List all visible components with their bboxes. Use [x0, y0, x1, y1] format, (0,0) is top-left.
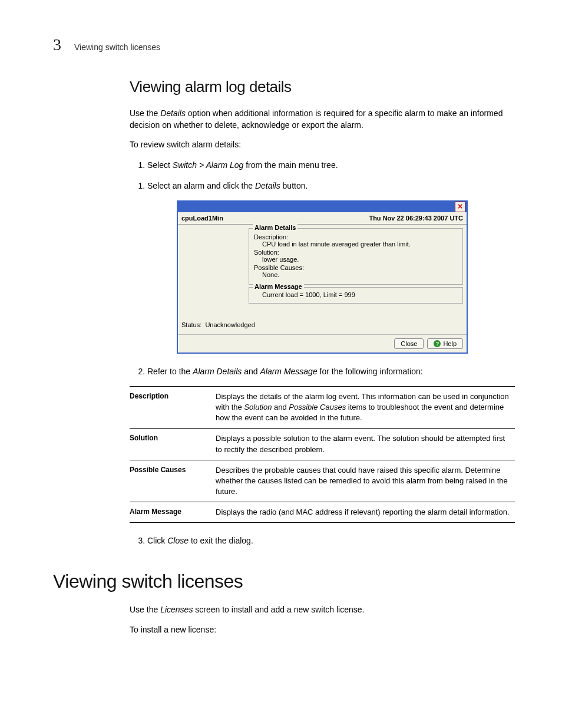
step-item: Refer to the Alarm Details and Alarm Mes…: [147, 365, 515, 378]
step-item: Click Close to exit the dialog.: [147, 535, 515, 547]
dialog-status: Status: Unacknowledged: [178, 309, 467, 334]
def-term: Possible Causes: [130, 460, 216, 502]
description-value: CPU load in last minute averaged greater…: [254, 241, 458, 248]
def-term: Description: [130, 386, 216, 429]
description-label: Description:: [254, 233, 458, 241]
alarm-details-fieldset: Alarm Details Description:CPU load in la…: [249, 228, 463, 285]
alarm-message-value: Current load = 1000, Limit = 999: [254, 291, 458, 298]
alarm-name: cpuLoad1Min: [181, 215, 223, 222]
chapter-number: 3: [53, 35, 61, 54]
definitions-table: Description Displays the details of the …: [130, 386, 515, 523]
close-icon[interactable]: ×: [455, 202, 465, 212]
step-list-1b: Select an alarm and click the Details bu…: [130, 180, 515, 192]
step-list-2: Refer to the Alarm Details and Alarm Mes…: [130, 365, 515, 378]
fieldset-legend: Alarm Details: [253, 224, 297, 231]
def-term: Solution: [130, 429, 216, 460]
dialog-footer: Close ?Help: [178, 334, 467, 353]
dialog-header: cpuLoad1Min Thu Nov 22 06:29:43 2007 UTC: [178, 212, 467, 225]
step-list-3: Click Close to exit the dialog.: [130, 535, 515, 547]
step-list-1: Select Switch > Alarm Log from the main …: [130, 159, 515, 172]
fieldset-legend: Alarm Message: [253, 283, 304, 290]
help-button[interactable]: ?Help: [427, 338, 463, 349]
alarm-timestamp: Thu Nov 22 06:29:43 2007 UTC: [369, 215, 463, 222]
table-row: Alarm Message Displays the radio (and MA…: [130, 502, 515, 523]
running-title: Viewing switch licenses: [74, 42, 160, 52]
section-heading: Viewing switch licenses: [53, 571, 515, 592]
page-header: 3 Viewing switch licenses: [53, 35, 515, 54]
subsection-heading: Viewing alarm log details: [130, 78, 515, 96]
solution-label: Solution:: [254, 249, 458, 256]
alarm-details-dialog: × cpuLoad1Min Thu Nov 22 06:29:43 2007 U…: [177, 200, 468, 354]
dialog-titlebar: ×: [178, 202, 467, 212]
step-item: Select Switch > Alarm Log from the main …: [147, 159, 515, 172]
table-row: Solution Displays a possible solution to…: [130, 429, 515, 460]
table-row: Possible Causes Describes the probable c…: [130, 460, 515, 502]
causes-label: Possible Causes:: [254, 264, 458, 271]
def-body: Displays the radio (and MAC address if r…: [216, 502, 515, 523]
causes-value: None.: [254, 271, 458, 278]
help-icon: ?: [434, 340, 441, 347]
table-row: Description Displays the details of the …: [130, 386, 515, 429]
licenses-intro: Use the Licenses screen to install and a…: [130, 604, 515, 616]
def-term: Alarm Message: [130, 502, 216, 523]
step-item: Select an alarm and click the Details bu…: [147, 180, 515, 192]
solution-value: lower usage.: [254, 256, 458, 263]
install-line: To install a new license:: [130, 624, 515, 636]
intro-paragraph: Use the Details option when additional i…: [130, 108, 515, 131]
review-line: To review switch alarm details:: [130, 139, 515, 151]
def-body: Describes the probable causes that could…: [216, 460, 515, 502]
def-body: Displays the details of the alarm log ev…: [216, 386, 515, 429]
def-body: Displays a possible solution to the alar…: [216, 429, 515, 460]
alarm-message-fieldset: Alarm Message Current load = 1000, Limit…: [249, 287, 463, 304]
close-button[interactable]: Close: [394, 338, 424, 349]
